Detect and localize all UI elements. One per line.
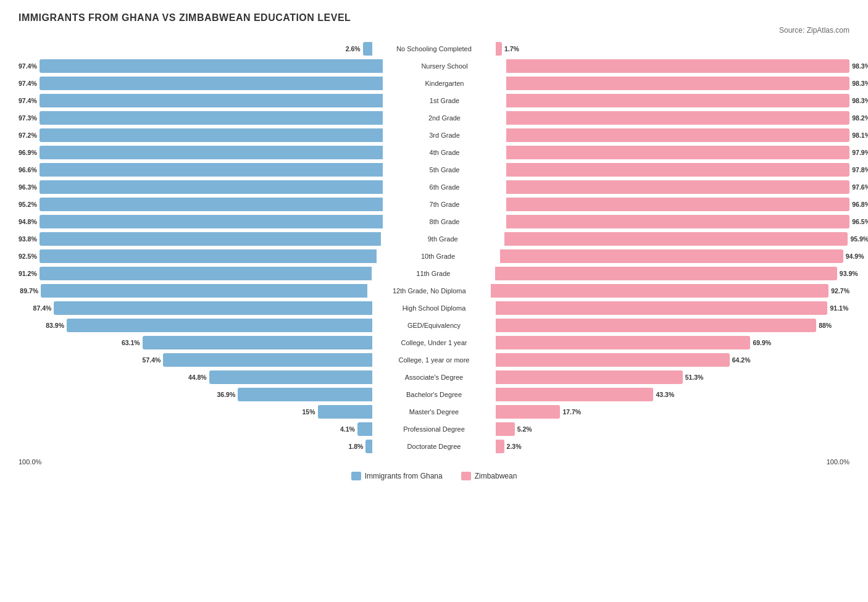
bar-label: Bachelor's Degree [372,391,496,398]
zimbabwean-bar [500,249,843,263]
ghana-value-outside: 96.9% [19,149,37,156]
ghana-value-outside: 94.8% [19,218,37,225]
zimbabwean-bar [495,267,837,280]
zimbabwean-value-outside: 98.2% [852,114,868,122]
zimbabwean-value-outside: 93.9% [840,270,858,277]
zimbabwean-value-outside: 91.1% [830,304,848,312]
right-bar-area: 96.5% [506,214,868,230]
bar-row: 87.4%High School Diploma91.1% [19,300,849,316]
bar-label: High School Diploma [372,304,496,312]
left-bar-area: 87.4% [19,300,372,316]
zimbabwean-value-outside: 94.9% [846,253,864,260]
left-bar-area: 1.8% [19,438,372,454]
right-bar-area: 95.9% [504,231,868,247]
right-bar-area: 17.7% [496,404,849,420]
zimbabwean-value-outside: 5.2% [517,425,532,433]
ghana-bar [40,94,383,107]
ghana-value-outside: 36.9% [217,391,236,398]
left-bar-area: 96.9% [19,144,383,161]
zimbabwean-value-outside: 51.3% [685,374,704,381]
zimbabwean-bar [496,388,653,401]
ghana-bar [318,405,373,419]
right-bar-area: 97.9% [506,144,868,161]
left-bar-area: 97.2% [19,127,383,143]
ghana-bar [40,232,381,246]
ghana-bar [163,353,372,367]
legend-zimbabwean-label: Zimbabwean [475,472,517,480]
ghana-bar [40,59,383,73]
ghana-bar [41,284,367,298]
left-bar-area: 97.4% [19,58,383,74]
ghana-bar [40,249,377,263]
zimbabwean-bar [496,336,750,349]
bar-row: 97.3%2nd Grade98.2% [19,110,849,126]
zimbabwean-value-outside: 95.9% [850,235,868,243]
left-bar-area: 95.2% [19,196,383,212]
right-bar-area: 64.2% [496,352,849,368]
zimbabwean-value-outside: 43.3% [656,391,674,398]
ghana-bar [40,128,383,142]
zimbabwean-bar [506,59,849,73]
chart-container: 2.6%No Schooling Completed1.7%97.4%Nurse… [19,41,849,480]
bottom-right-label: 100.0% [827,458,849,466]
zimbabwean-value-outside: 97.8% [852,166,868,173]
right-bar-area: 97.6% [506,179,868,195]
left-bar-area: 83.9% [19,317,372,333]
left-bar-area: 15% [19,404,372,420]
bottom-labels: 100.0% 100.0% [19,458,849,466]
bar-row: 36.9%Bachelor's Degree43.3% [19,387,849,403]
left-bar-area: 89.7% [19,283,367,299]
bar-label: 10th Grade [377,253,500,260]
left-bar-area: 91.2% [19,265,372,282]
bar-label: 2nd Grade [383,114,506,122]
bar-label: 11th Grade [372,270,495,277]
ghana-bar [357,422,372,436]
ghana-value-outside: 2.6% [346,45,361,52]
ghana-value-outside: 44.8% [188,374,207,381]
chart-area: 2.6%No Schooling Completed1.7%97.4%Nurse… [19,41,849,456]
bar-label: Kindergarten [383,80,506,87]
ghana-bar [40,215,383,228]
bar-row: 96.9%4th Grade97.9% [19,144,849,161]
bar-label: Master's Degree [372,408,496,416]
zimbabwean-bar [506,94,849,107]
bar-label: 1st Grade [383,97,506,104]
bar-label: 3rd Grade [383,132,506,139]
ghana-bar [40,111,383,125]
right-bar-area: 1.7% [496,41,849,57]
zimbabwean-bar [491,284,828,298]
ghana-value-outside: 91.2% [19,270,37,277]
ghana-value-outside: 97.4% [19,97,37,104]
zimbabwean-value-outside: 2.3% [507,443,522,450]
left-bar-area: 57.4% [19,352,372,368]
bar-label: 9th Grade [381,235,504,243]
bar-row: 63.1%College, Under 1 year69.9% [19,335,849,351]
zimbabwean-value-outside: 96.8% [852,201,868,208]
bar-label: GED/Equivalency [372,322,496,329]
bar-row: 94.8%8th Grade96.5% [19,214,849,230]
right-bar-area: 2.3% [496,438,849,454]
zimbabwean-bar [496,422,515,436]
zimbabwean-value-outside: 98.1% [852,132,868,139]
right-bar-area: 91.1% [496,300,849,316]
left-bar-area: 4.1% [19,421,372,437]
left-bar-area: 96.3% [19,179,383,195]
bar-row: 89.7%12th Grade, No Diploma92.7% [19,283,849,299]
bar-row: 57.4%College, 1 year or more64.2% [19,352,849,368]
ghana-bar [40,180,383,194]
bar-row: 96.6%5th Grade97.8% [19,162,849,178]
left-bar-area: 44.8% [19,369,372,385]
ghana-value-outside: 92.5% [19,253,37,260]
bar-label: College, 1 year or more [372,356,496,364]
zimbabwean-value-outside: 98.3% [852,97,868,104]
bar-label: Associate's Degree [372,374,496,381]
bar-label: 4th Grade [383,149,506,156]
ghana-value-outside: 83.9% [46,322,64,329]
bar-label: 8th Grade [383,218,506,225]
bar-label: 6th Grade [383,183,506,191]
bar-label: College, Under 1 year [372,339,496,346]
left-bar-area: 93.8% [19,231,381,247]
zimbabwean-bar [506,77,849,90]
bar-row: 1.8%Doctorate Degree2.3% [19,438,849,454]
legend-ghana: Immigrants from Ghana [351,472,443,480]
